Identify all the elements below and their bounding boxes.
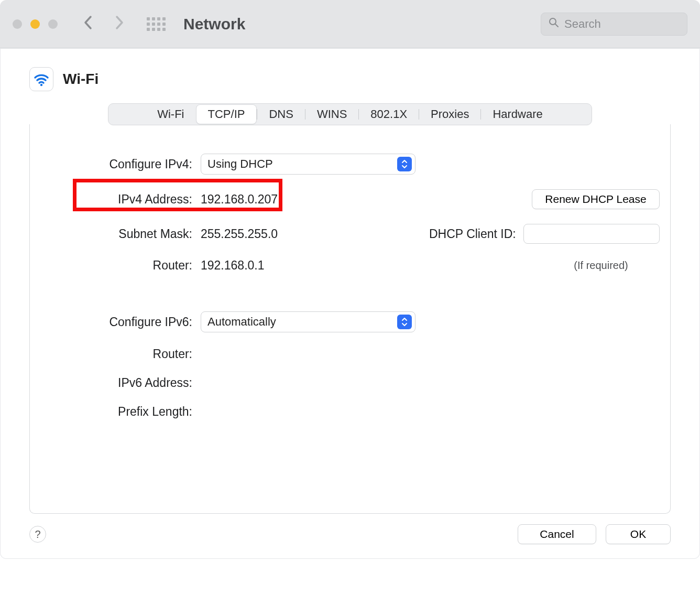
dhcp-client-id-input[interactable] — [523, 224, 660, 244]
wifi-icon — [29, 67, 53, 91]
panel-header: Wi-Fi — [29, 67, 671, 91]
forward-button[interactable] — [113, 15, 125, 33]
search-icon — [549, 17, 559, 31]
panel-footer: ? Cancel OK — [29, 524, 671, 544]
help-button[interactable]: ? — [29, 526, 46, 543]
prefix-length-label: Prefix Length: — [51, 405, 192, 419]
ipv6-router-label: Router: — [51, 347, 192, 361]
subnet-mask-label: Subnet Mask: — [51, 227, 192, 241]
configure-ipv6-select[interactable]: Automatically — [201, 311, 415, 332]
tab-wifi[interactable]: Wi-Fi — [146, 104, 195, 124]
svg-line-1 — [555, 24, 558, 27]
configure-ipv4-value: Using DHCP — [207, 157, 273, 171]
back-button[interactable] — [83, 15, 94, 33]
nav-arrows — [83, 15, 125, 33]
renew-dhcp-button[interactable]: Renew DHCP Lease — [532, 189, 659, 209]
minimize-window-button[interactable] — [30, 19, 40, 29]
tab-proxies[interactable]: Proxies — [419, 104, 480, 124]
configure-ipv6-value: Automatically — [207, 315, 276, 329]
ok-button[interactable]: OK — [606, 524, 671, 544]
titlebar: Network — [0, 0, 700, 48]
search-field[interactable] — [541, 13, 687, 36]
preferences-panel: Wi-Fi Wi-Fi TCP/IP DNS WINS 802.1X Proxi… — [0, 48, 700, 559]
window-controls — [13, 19, 58, 29]
window-title: Network — [183, 15, 245, 33]
svg-point-2 — [40, 84, 42, 86]
tab-tcpip[interactable]: TCP/IP — [196, 104, 257, 124]
cancel-button[interactable]: Cancel — [518, 524, 596, 544]
close-window-button[interactable] — [13, 19, 22, 29]
zoom-window-button[interactable] — [48, 19, 58, 29]
tcpip-content: Configure IPv4: Using DHCP IPv4 Address:… — [29, 124, 671, 514]
panel-title: Wi-Fi — [63, 71, 99, 88]
search-input[interactable] — [563, 17, 680, 31]
ipv4-address-value: 192.168.0.207 — [201, 192, 421, 207]
tabs-bar: Wi-Fi TCP/IP DNS WINS 802.1X Proxies Har… — [108, 104, 592, 125]
configure-ipv4-label: Configure IPv4: — [51, 157, 192, 171]
tab-hardware[interactable]: Hardware — [481, 104, 554, 124]
chevron-up-down-icon — [397, 315, 412, 329]
show-all-icon[interactable] — [147, 17, 166, 31]
dhcp-hint: (If required) — [574, 260, 628, 272]
svg-point-0 — [550, 18, 556, 25]
subnet-mask-value: 255.255.255.0 — [201, 227, 421, 241]
dhcp-client-id-label: DHCP Client ID: — [429, 227, 516, 241]
tab-wins[interactable]: WINS — [305, 104, 358, 124]
ipv6-address-label: IPv6 Address: — [51, 376, 192, 390]
configure-ipv4-select[interactable]: Using DHCP — [201, 154, 415, 175]
ipv4-address-label: IPv4 Address: — [51, 192, 192, 207]
chevron-up-down-icon — [397, 157, 412, 171]
ipv4-router-value: 192.168.0.1 — [201, 258, 421, 273]
configure-ipv6-label: Configure IPv6: — [51, 315, 192, 329]
tab-8021x[interactable]: 802.1X — [359, 104, 419, 124]
tab-dns[interactable]: DNS — [257, 104, 304, 124]
ipv4-router-label: Router: — [51, 258, 192, 273]
